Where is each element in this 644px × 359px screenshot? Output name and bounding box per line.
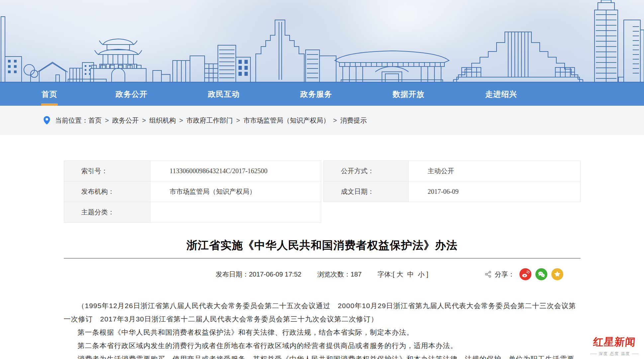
table-row: 索引号： 11330600098643214C/2017-162500 [64, 161, 321, 181]
qzone-icon[interactable] [551, 268, 563, 280]
nav-tab-about-shaoxing[interactable]: 走进绍兴 [485, 82, 517, 106]
info-value-index: 11330600098643214C/2017-162500 [150, 161, 321, 181]
location-pin-icon [43, 116, 50, 125]
city-skyline-banner [0, 0, 644, 82]
nav-tab-open-data[interactable]: 数据开放 [393, 82, 424, 106]
table-row: 成文日期： 2017-06-09 [323, 181, 580, 202]
article-body: （1995年12月26日浙江省第八届人民代表大会常务委员会第二十五次会议通过 2… [64, 299, 581, 359]
publish-date-label: 发布日期： [216, 271, 249, 278]
paragraph: 消费者为生活消费需要购买、使用商品或者接受服务，其权益受《中华人民共和国消费者权… [64, 352, 581, 359]
font-size-medium-button[interactable]: 中 [407, 271, 414, 278]
breadcrumb-bar: 当前位置： 首页 > 政务公开 > 组织机构 > 市政府工作部门 > 市市场监管… [0, 106, 644, 135]
breadcrumb-item-consumer-tips[interactable]: 消费提示 [340, 116, 367, 125]
info-label-topic: 主题分类： [64, 202, 150, 223]
breadcrumb-item-market-bureau[interactable]: 市市场监管局（知识产权局） [243, 116, 330, 125]
nav-tab-services[interactable]: 政务服务 [300, 82, 332, 106]
table-row: 公开方式： 主动公开 [323, 161, 580, 181]
page-title: 浙江省实施《中华人民共和国消费者权益保护法》办法 [64, 238, 581, 253]
font-size-label-end: ] [426, 271, 428, 278]
paragraph: 第一条根据《中华人民共和国消费者权益保护法》和有关法律、行政法规，结合本省实际，… [64, 326, 581, 339]
nav-tab-label: 政民互动 [208, 90, 240, 98]
breadcrumb-separator: > [142, 117, 146, 124]
nav-tab-home[interactable]: 首页 [42, 82, 57, 106]
watermark-logo-text: 红星新闻 [589, 335, 640, 349]
breadcrumb-label: 当前位置： [55, 116, 88, 125]
paragraph: 第二条本省行政区域内发生的消费行为或者住所地在本省行政区域内的经营者提供商品或者… [64, 339, 581, 352]
info-label-publicity: 公开方式： [323, 161, 408, 181]
nav-tab-label: 走进绍兴 [485, 90, 517, 98]
weibo-icon[interactable] [519, 268, 531, 280]
breadcrumb-item-gov-info[interactable]: 政务公开 [112, 116, 139, 125]
watermark-slogan: 深度 态度 温度 [590, 351, 639, 357]
info-label-date: 成文日期： [323, 181, 408, 202]
breadcrumb-item-organizations[interactable]: 组织机构 [149, 116, 176, 125]
page: 首页 政务公开 政民互动 政务服务 数据开放 走进绍兴 当前位置： 首页 > 政… [0, 0, 644, 359]
title-divider [64, 258, 581, 259]
share-bar: 分享： [484, 268, 563, 281]
breadcrumb-item-home[interactable]: 首页 [88, 116, 102, 125]
breadcrumb-item-departments[interactable]: 市政府工作部门 [186, 116, 233, 125]
info-value-publicity: 主动公开 [408, 161, 580, 181]
wechat-icon[interactable] [535, 268, 547, 280]
font-size-label: 字体:[ [378, 271, 395, 278]
table-row: 发布机构： 市市场监管局（知识产权局） [64, 181, 321, 202]
red-star-news-watermark: 红星新闻 深度 态度 温度 [590, 335, 639, 357]
nav-tab-label: 政务公开 [116, 90, 147, 98]
views-label: 浏览次数： [317, 271, 350, 278]
nav-tab-gov-info[interactable]: 政务公开 [116, 82, 147, 106]
main-content: 索引号： 11330600098643214C/2017-162500 发布机构… [0, 135, 644, 359]
info-value-topic [150, 202, 321, 223]
active-tab-indicator [41, 103, 58, 106]
paragraph: （1995年12月26日浙江省第八届人民代表大会常务委员会第二十五次会议通过 2… [64, 299, 581, 326]
table-row: 主题分类： [64, 202, 321, 223]
info-label-agency: 发布机构： [64, 181, 150, 202]
skyline-illustration [0, 0, 644, 82]
font-size-large-button[interactable]: 大 [397, 271, 403, 278]
document-info-table: 索引号： 11330600098643214C/2017-162500 发布机构… [64, 161, 581, 223]
font-size-small-button[interactable]: 小 [418, 271, 424, 278]
info-value-agency: 市市场监管局（知识产权局） [150, 181, 321, 202]
publish-date: 2017-06-09 17:52 [249, 271, 302, 278]
views-count: 187 [350, 271, 361, 278]
share-nodes-icon [484, 270, 492, 278]
info-value-date: 2017-06-09 [408, 181, 580, 202]
breadcrumb-separator: > [179, 117, 183, 124]
nav-tab-label: 数据开放 [393, 90, 424, 98]
breadcrumb: 当前位置： 首页 > 政务公开 > 组织机构 > 市政府工作部门 > 市市场监管… [0, 106, 644, 135]
nav-tab-interaction[interactable]: 政民互动 [208, 82, 240, 106]
main-navigation: 首页 政务公开 政民互动 政务服务 数据开放 走进绍兴 [0, 82, 644, 106]
info-label-index: 索引号： [64, 161, 150, 181]
breadcrumb-separator: > [105, 117, 109, 124]
breadcrumb-separator: > [333, 117, 337, 124]
article-meta: 发布日期：2017-06-09 17:52浏览次数：187字体:[大中小] 分享… [64, 268, 581, 281]
nav-tab-label: 政务服务 [300, 90, 332, 98]
nav-tab-label: 首页 [42, 90, 57, 98]
share-label: 分享： [495, 270, 515, 279]
breadcrumb-separator: > [236, 117, 240, 124]
